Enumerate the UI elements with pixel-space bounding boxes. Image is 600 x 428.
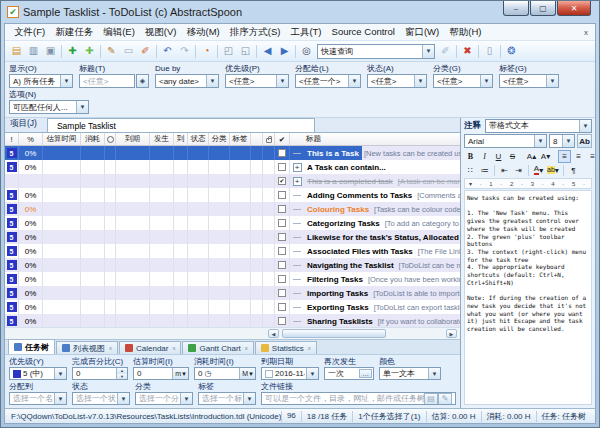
attr-editor[interactable]: 0▲▼ xyxy=(72,367,128,380)
task-row[interactable]: 50%This is a Task[New tasks can be creat… xyxy=(5,146,460,160)
project-tab[interactable]: Sample Tasklist xyxy=(47,118,315,132)
new-task-icon[interactable]: ✚ xyxy=(64,43,81,60)
chevron-down-icon[interactable]: ▼ xyxy=(60,75,72,87)
time-tracking-icon[interactable]: ◔ xyxy=(198,43,215,60)
set-color-icon[interactable]: ✐ xyxy=(137,43,154,60)
expand-plus-icon[interactable]: + xyxy=(293,177,302,186)
chevron-down-icon[interactable]: ▼ xyxy=(480,75,492,87)
column-header-%[interactable]: % xyxy=(19,133,43,145)
column-header-估算时间[interactable]: 估算时间 xyxy=(43,133,81,145)
done-checkbox[interactable] xyxy=(278,303,286,311)
chevron-down-icon[interactable]: ▼ xyxy=(206,75,218,87)
task-row[interactable]: 50%Associated Files with Tasks[The File … xyxy=(5,244,460,258)
menu-item[interactable]: 工具(T) xyxy=(285,25,326,40)
chevron-down-icon[interactable]: ▼ xyxy=(579,120,591,132)
undo-icon[interactable]: ↶ xyxy=(159,43,176,60)
attr-editor[interactable]: 单一文本▼ xyxy=(379,367,441,380)
attr-editor[interactable]: 选择一个状态▼ xyxy=(72,392,130,405)
column-header-✔[interactable]: ✔ xyxy=(275,133,290,145)
tab-任务树[interactable]: 任务树 xyxy=(8,339,55,354)
chevron-down-icon[interactable]: ▼ xyxy=(414,75,426,87)
indent-button[interactable]: ⇥ xyxy=(512,164,525,177)
task-row[interactable]: 50%Colouring Tasks[Tasks can be colour c… xyxy=(5,202,460,216)
chevron-down-icon[interactable]: ▼ xyxy=(54,368,66,379)
menu-item[interactable]: 文件(F) xyxy=(9,25,50,40)
font-color-button[interactable]: A▾ xyxy=(532,164,545,177)
set-reference-icon[interactable]: ▭ xyxy=(120,43,137,60)
scroll-right-arrow[interactable]: ▶ xyxy=(446,329,457,338)
chevron-down-icon[interactable]: ▼ xyxy=(276,75,288,87)
expander[interactable]: + xyxy=(290,160,304,174)
chevron-down-icon[interactable]: ▼ xyxy=(180,393,192,404)
menu-item[interactable]: 帮助(H) xyxy=(444,25,486,40)
done-checkbox[interactable] xyxy=(278,205,286,213)
done-checkbox[interactable] xyxy=(278,219,286,227)
attr-editor[interactable]: 2016-11-04▼ xyxy=(261,367,319,380)
menubar-close-icon[interactable]: x xyxy=(581,28,591,37)
done-checkbox[interactable] xyxy=(278,317,286,325)
number-list-button[interactable]: ≔ xyxy=(478,164,491,177)
chevron-down-icon[interactable]: ▼ xyxy=(54,393,66,404)
attr-editor[interactable]: 0◷M▾ xyxy=(194,367,256,380)
column-header-分类[interactable]: 分类 xyxy=(209,133,230,145)
spin-down-icon[interactable]: ▼ xyxy=(117,374,127,380)
column-header-到[interactable]: 到 xyxy=(174,133,188,145)
bullet-list-button[interactable]: ∷ xyxy=(464,164,477,177)
scrollbar-thumb[interactable] xyxy=(282,329,386,338)
done-checkbox[interactable] xyxy=(278,247,286,255)
align-center-button[interactable]: ≡ xyxy=(572,150,585,163)
column-header-状态[interactable]: 状态 xyxy=(188,133,209,145)
attr-editor[interactable]: 选择一个标签▼ xyxy=(198,392,256,405)
chevron-down-icon[interactable]: ▼ xyxy=(306,368,318,379)
tab-gantt-chart[interactable]: Gantt Chartx xyxy=(182,341,253,354)
attr-editor[interactable]: 一次… xyxy=(324,367,374,380)
column-header-发生[interactable]: 发生 xyxy=(150,133,174,145)
done-checkbox[interactable] xyxy=(278,289,286,297)
next-task-icon[interactable]: ▶ xyxy=(276,43,293,60)
highlight-button[interactable]: ab▾ xyxy=(546,164,560,177)
filter-combobox-2[interactable]: <任意> xyxy=(79,74,135,88)
expander[interactable]: + xyxy=(290,174,304,188)
open-tasklist-icon[interactable]: ▤ xyxy=(8,43,25,60)
column-header-lock[interactable] xyxy=(263,133,275,145)
comments-format-combobox[interactable]: 带格式文本 ▼ xyxy=(485,119,592,133)
done-checkbox[interactable] xyxy=(278,149,286,157)
close-button[interactable]: ✕ xyxy=(557,1,591,16)
comments-text-area[interactable]: New tasks can be created using: 1. The '… xyxy=(464,190,592,405)
tab-列表视图[interactable]: 列表视图x xyxy=(56,341,118,354)
task-row[interactable]: 50%Exporting Tasks[ToDoList can export t… xyxy=(5,300,460,314)
date-checkbox[interactable] xyxy=(265,370,273,378)
menu-item[interactable]: 编辑(E) xyxy=(98,25,140,40)
clock-icon[interactable]: ◷ xyxy=(204,369,211,378)
attr-editor[interactable]: 0m▾ xyxy=(133,367,189,380)
task-row[interactable]: 50%Categorizing Tasks[To add an category… xyxy=(5,216,460,230)
task-row[interactable]: 50%Sharing Tasklists[If you want to coll… xyxy=(5,314,460,327)
done-checkbox[interactable] xyxy=(278,275,286,283)
done-checkbox[interactable] xyxy=(278,233,286,241)
new-subtask-icon[interactable]: ✚ xyxy=(81,43,98,60)
maximize-button[interactable]: ▢ xyxy=(530,1,556,16)
grow-font-button[interactable]: A▴ xyxy=(525,150,538,163)
tab-close-icon[interactable]: x xyxy=(308,345,311,351)
column-header-标题[interactable]: 标题 xyxy=(290,133,460,145)
attr-editor[interactable]: 5 (中)▼ xyxy=(9,367,67,380)
task-row[interactable]: 50%+A Task can contain... xyxy=(5,160,460,174)
browse-folder-icon[interactable]: ▤ xyxy=(424,393,438,405)
task-row[interactable]: 50%Filtering Tasks[Once you have been wo… xyxy=(5,272,460,286)
menu-item[interactable]: 新建任务 xyxy=(50,25,98,40)
password-protect-icon[interactable]: ▯ xyxy=(481,43,498,60)
edit-title-icon[interactable]: ✎ xyxy=(103,43,120,60)
save-tasklist-icon[interactable]: ▥ xyxy=(25,43,42,60)
filter-combobox-4[interactable]: <任意>▼ xyxy=(225,74,289,88)
menu-item[interactable]: 移动(M) xyxy=(181,25,224,40)
column-header-标签[interactable]: 标签 xyxy=(230,133,251,145)
outdent-button[interactable]: ⇤ xyxy=(498,164,511,177)
maximize-comments-icon[interactable]: ◱ xyxy=(237,43,254,60)
menu-item[interactable]: 窗口(W) xyxy=(400,25,444,40)
tab-close-icon[interactable]: x xyxy=(245,345,248,351)
minimize-button[interactable]: – xyxy=(503,1,529,16)
align-left-button[interactable]: ≡ xyxy=(558,150,571,163)
attr-editor[interactable]: 可以是一个文件，目录，网址，邮件或任务树▤✎ xyxy=(261,392,456,405)
bold-button[interactable]: B xyxy=(464,150,477,163)
chevron-down-icon[interactable]: ▼ xyxy=(546,75,558,87)
